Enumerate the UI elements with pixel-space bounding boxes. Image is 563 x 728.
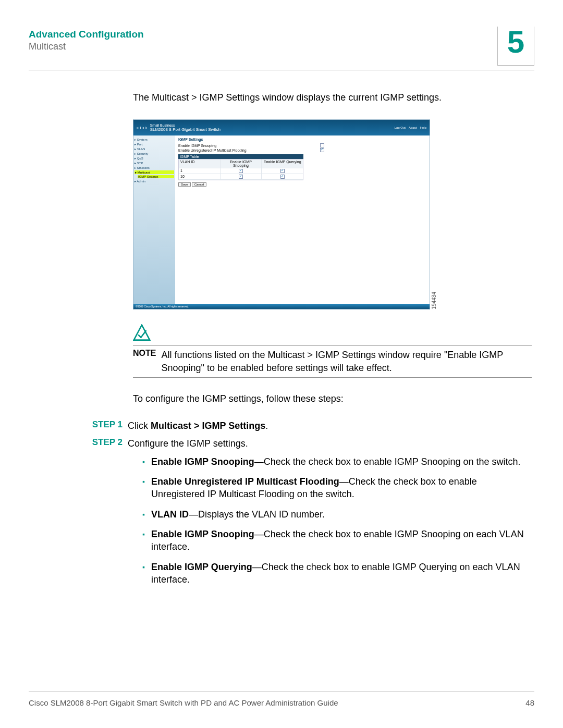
about-link[interactable]: About	[409, 126, 417, 129]
opt2-checkbox[interactable]	[320, 148, 324, 152]
nav-port[interactable]: ▸ Port	[134, 142, 174, 146]
note-text: All functions listed on the Multicast > …	[161, 349, 532, 374]
logout-link[interactable]: Log Out	[395, 126, 406, 129]
note-label: NOTE	[133, 349, 156, 358]
opt2-label: Enable Unregistered IP Multicast Floodin…	[178, 149, 247, 152]
nav-system[interactable]: ▸ System	[134, 138, 174, 141]
bullet-item: ▪ Enable IGMP Snooping—Check the check b…	[142, 528, 532, 553]
bullet-icon: ▪	[142, 561, 145, 573]
igmp-screenshot: ıılıılı Small Business SLM2008 8-Port Gi…	[133, 119, 430, 310]
nav-qos[interactable]: ▸ QoS	[134, 156, 174, 160]
opt1-label: Enable IGMP Snooping	[178, 144, 216, 147]
figure-id: 194434	[431, 292, 437, 309]
row1-query-checkbox[interactable]	[280, 169, 285, 173]
cancel-button[interactable]: Cancel	[192, 182, 207, 187]
bullet-icon: ▪	[142, 455, 145, 468]
step-1-body: Click Multicast > IGMP Settings.	[128, 419, 534, 432]
page-number: 48	[525, 698, 534, 707]
footer-left: Cisco SLM2008 8-Port Gigabit Smart Switc…	[29, 698, 338, 707]
screenshot-footer: ©2009 Cisco Systems, Inc. All rights res…	[133, 304, 430, 309]
brand-small: Small Business	[150, 124, 221, 127]
prestep-text: To configure the IGMP settings, follow t…	[133, 392, 532, 405]
nav-stp[interactable]: ▸ STP	[134, 161, 174, 165]
sidebar-nav: ▸ System ▸ Port ▸ VLAN ▸ Security ▸ QoS …	[133, 135, 175, 305]
note-icon	[133, 324, 151, 342]
bullet-item: ▪ Enable IGMP Querying—Check the check b…	[142, 561, 532, 586]
bullet-item: ▪ VLAN ID—Displays the VLAN ID number.	[142, 508, 532, 521]
nav-admin[interactable]: ▸ Admin	[134, 179, 174, 183]
table-row: 10	[179, 174, 303, 180]
bullet-icon: ▪	[142, 528, 145, 540]
help-link[interactable]: Help	[420, 126, 426, 129]
bullet-item: ▪ Enable IGMP Snooping—Check the check b…	[142, 455, 532, 468]
table-row: 1	[179, 168, 303, 174]
chapter-number: 5	[507, 27, 524, 58]
cisco-logo: ıılıılı	[137, 126, 148, 130]
nav-vlan[interactable]: ▸ VLAN	[134, 147, 174, 151]
step-2-label: STEP 2	[29, 437, 128, 448]
col-snoop: Enable IGMP Snooping	[221, 159, 262, 168]
save-button[interactable]: Save	[178, 182, 191, 187]
intro-text: The Multicast > IGMP Settings window dis…	[133, 91, 532, 104]
row1-snoop-checkbox[interactable]	[239, 169, 243, 173]
step-1-label: STEP 1	[29, 419, 128, 430]
igmp-table-title: IGMP Table	[178, 154, 303, 159]
panel-title: IGMP Settings	[178, 138, 426, 141]
bullet-item: ▪ Enable Unregistered IP Multicast Flood…	[142, 475, 532, 501]
chapter-box: 5	[497, 27, 534, 66]
col-query: Enable IGMP Querying	[262, 159, 303, 168]
product-title: SLM2008 8-Port Gigabit Smart Switch	[150, 127, 221, 132]
section-title: Advanced Configuration	[29, 29, 144, 40]
nav-multicast[interactable]: ▸ Multicast	[134, 170, 174, 174]
bullet-icon: ▪	[142, 508, 145, 521]
bullet-icon: ▪	[142, 475, 145, 488]
row2-snoop-checkbox[interactable]	[239, 175, 243, 179]
nav-statistics[interactable]: ▸ Statistics	[134, 166, 174, 169]
igmp-table: VLAN ID Enable IGMP Snooping Enable IGMP…	[178, 159, 303, 180]
col-vlanid: VLAN ID	[179, 159, 221, 168]
nav-security[interactable]: ▸ Security	[134, 152, 174, 155]
subsection-title: Multicast	[29, 41, 144, 52]
step-2-body: Configure the IGMP settings. ▪ Enable IG…	[128, 437, 534, 593]
row2-query-checkbox[interactable]	[280, 175, 285, 179]
nav-igmp-settings[interactable]: IGMP Settings	[138, 175, 174, 178]
header-rule	[29, 70, 534, 70]
svg-marker-0	[134, 325, 150, 340]
